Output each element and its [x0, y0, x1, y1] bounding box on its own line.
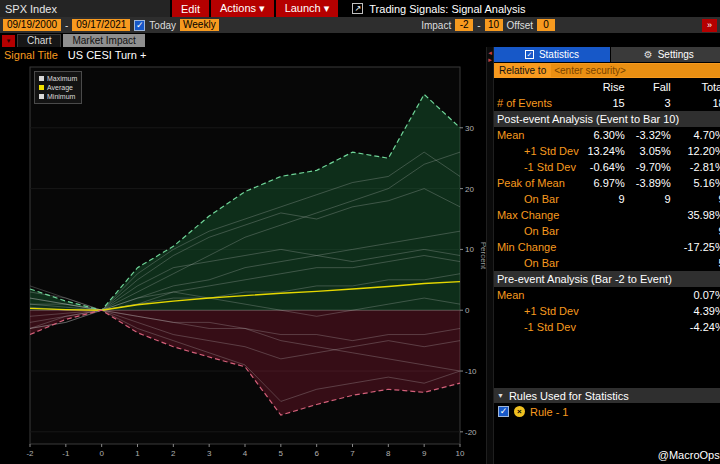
stats-row-value: -17.25% [673, 239, 720, 255]
svg-text:2: 2 [171, 449, 176, 458]
legend-label: Minimum [47, 92, 75, 101]
signal-title-value[interactable]: US CESI Turn + [68, 49, 147, 61]
stats-row: +1 Std Dev13.24%3.05%12.20% [494, 143, 720, 159]
svg-text:9: 9 [422, 449, 427, 458]
chart-panel: Signal Title US CESI Turn + 3020100-10-2… [0, 47, 486, 464]
stats-row-label: Mean [494, 287, 579, 303]
rule-name[interactable]: Rule - 1 [530, 406, 569, 418]
stats-tab-row: ✓ Statistics ⚙ Settings [494, 47, 720, 62]
rules-section: ▼ Rules Used for Statistics ✓ × Rule - 1 [494, 388, 720, 420]
rules-collapse-icon[interactable]: ▼ [497, 392, 504, 399]
rule-checkbox[interactable]: ✓ [498, 406, 509, 417]
relative-to-input[interactable]: <enter security> [551, 64, 720, 77]
svg-text:5: 5 [279, 449, 284, 458]
popout-icon[interactable]: ↗ [352, 3, 363, 14]
toolbar-expand-button[interactable]: » [702, 19, 717, 32]
svg-text:-20: -20 [465, 428, 477, 437]
legend-item: Minimum [39, 92, 77, 101]
stats-row-value [627, 239, 673, 255]
stats-row-value: 6.30% [579, 127, 627, 143]
statistics-check-icon: ✓ [525, 50, 534, 59]
date-from-field[interactable]: 09/19/2000 [3, 19, 61, 31]
edit-button[interactable]: Edit [172, 0, 209, 17]
tab-market-impact[interactable]: Market Impact [63, 34, 144, 47]
stats-row-value: 9 [673, 223, 720, 239]
tab-statistics[interactable]: ✓ Statistics [494, 47, 610, 62]
stats-row: -1 Std Dev-0.64%-9.70%-2.81% [494, 159, 720, 175]
main-area: Signal Title US CESI Turn + 3020100-10-2… [0, 47, 720, 464]
tab-settings-label: Settings [658, 49, 694, 60]
stats-row: Max Change35.98% [494, 207, 720, 223]
actions-button[interactable]: Actions ▾ [211, 0, 274, 17]
stats-row-value: 13.24% [579, 143, 627, 159]
launch-button[interactable]: Launch ▾ [276, 0, 339, 17]
stats-row-label: Peak of Mean [494, 175, 579, 191]
col-rise: Rise [579, 79, 627, 95]
chart-menu-button[interactable]: ▼ [2, 35, 15, 47]
stats-row-value: -0.64% [579, 159, 627, 175]
stats-row-label: On Bar [494, 255, 579, 271]
legend-item: Maximum [39, 74, 77, 83]
stats-row: On Bar9 [494, 223, 720, 239]
app-title: Trading Signals: Signal Analysis [369, 3, 525, 15]
date-to-field[interactable]: 09/17/2021 [72, 19, 130, 31]
stats-row-value [579, 255, 627, 271]
stats-row: Peak of Mean6.97%-3.89%5.16% [494, 175, 720, 191]
stats-row-value: 4.39% [673, 303, 720, 319]
statistics-panel: ✓ Statistics ⚙ Settings Relative to <ent… [494, 47, 720, 464]
chart-legend: MaximumAverageMinimum [34, 71, 82, 104]
stats-row: On Bar5 [494, 255, 720, 271]
stats-row-value: -4.24% [673, 319, 720, 335]
top-bar: SPX Index Edit Actions ▾ Launch ▾ ↗ Trad… [0, 0, 720, 17]
impact-separator: - [477, 20, 480, 31]
stats-row-value: 5.16% [673, 175, 720, 191]
svg-text:7: 7 [350, 449, 355, 458]
today-checkbox[interactable]: ✓ [134, 20, 145, 31]
splitter-right-icon[interactable]: ► [487, 57, 493, 63]
stats-row-value [579, 303, 627, 319]
svg-text:1: 1 [135, 449, 140, 458]
period-dropdown[interactable]: Weekly [180, 19, 219, 31]
stats-row-label: Min Change [494, 239, 579, 255]
splitter-left-icon[interactable]: ◄ [487, 50, 493, 56]
impact-from-field[interactable]: -2 [455, 19, 473, 31]
svg-text:-10: -10 [465, 367, 477, 376]
stats-header-row: Rise Fall Total [494, 79, 720, 95]
impact-to-field[interactable]: 10 [485, 19, 503, 31]
stats-row-value: 0.07% [673, 287, 720, 303]
panel-splitter[interactable]: ◄ ► [486, 47, 494, 464]
rules-header[interactable]: ▼ Rules Used for Statistics [494, 388, 720, 403]
rule-row: ✓ × Rule - 1 [494, 403, 720, 420]
stats-row-value [627, 319, 673, 335]
rule-icon: × [514, 406, 525, 417]
svg-text:4: 4 [243, 449, 248, 458]
tab-chart[interactable]: Chart [17, 34, 61, 47]
tab-settings[interactable]: ⚙ Settings [611, 47, 720, 62]
stats-row-value: 15 [579, 95, 627, 111]
stats-row: Min Change-17.25% [494, 239, 720, 255]
stats-row-value: 9 [579, 191, 627, 207]
legend-swatch-icon [39, 76, 44, 81]
svg-text:10: 10 [456, 449, 465, 458]
stats-row-value: 4.70% [673, 127, 720, 143]
svg-text:-1: -1 [62, 449, 70, 458]
relative-to-label: Relative to [494, 65, 551, 76]
rules-header-label: Rules Used for Statistics [509, 390, 629, 402]
view-tab-row: ▼ Chart Market Impact [0, 33, 720, 47]
stats-row-label: Mean [494, 127, 579, 143]
stats-row-label: On Bar [494, 223, 579, 239]
stats-row-value: -9.70% [627, 159, 673, 175]
stats-row: # of Events15318 [494, 95, 720, 111]
svg-text:0: 0 [465, 306, 470, 315]
col-fall: Fall [627, 79, 673, 95]
stats-row-label: # of Events [494, 95, 579, 111]
signal-title-label: Signal Title [4, 49, 58, 61]
security-field[interactable]: SPX Index [0, 0, 170, 17]
stats-row-value [579, 223, 627, 239]
stats-section-row: Pre-event Analysis (Bar -2 to Event) [494, 271, 720, 287]
offset-field[interactable]: 0 [537, 19, 555, 31]
stats-row-value [579, 319, 627, 335]
stats-row-value: 12.20% [673, 143, 720, 159]
stats-row-value: 9 [673, 191, 720, 207]
svg-text:0: 0 [99, 449, 104, 458]
